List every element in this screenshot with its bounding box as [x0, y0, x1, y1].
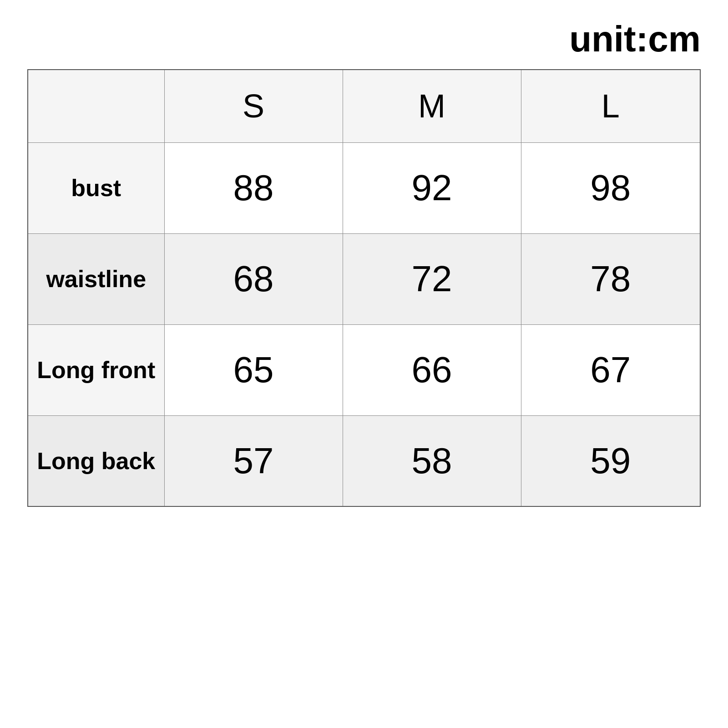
- header-row: S M L: [28, 70, 700, 142]
- row-bust-m: 92: [343, 142, 521, 233]
- row-bust-l: 98: [521, 142, 700, 233]
- header-m: M: [343, 70, 521, 142]
- table-row: Long front 65 66 67: [28, 324, 700, 415]
- row-label-waistline: waistline: [28, 233, 164, 324]
- table-row: waistline 68 72 78: [28, 233, 700, 324]
- size-chart-wrapper: S M L bust 88 92 98 waistline 68 72 78 L…: [27, 69, 701, 507]
- row-waistline-l: 78: [521, 233, 700, 324]
- header-empty: [28, 70, 164, 142]
- size-chart-table: S M L bust 88 92 98 waistline 68 72 78 L…: [27, 69, 701, 507]
- row-long-front-s: 65: [164, 324, 343, 415]
- row-waistline-m: 72: [343, 233, 521, 324]
- row-long-front-l: 67: [521, 324, 700, 415]
- header-s: S: [164, 70, 343, 142]
- row-waistline-s: 68: [164, 233, 343, 324]
- row-long-back-m: 58: [343, 415, 521, 506]
- row-label-long-front: Long front: [28, 324, 164, 415]
- row-label-bust: bust: [28, 142, 164, 233]
- unit-label: unit:cm: [569, 18, 701, 60]
- table-row: bust 88 92 98: [28, 142, 700, 233]
- row-label-long-back: Long back: [28, 415, 164, 506]
- table-row: Long back 57 58 59: [28, 415, 700, 506]
- row-bust-s: 88: [164, 142, 343, 233]
- row-long-front-m: 66: [343, 324, 521, 415]
- row-long-back-s: 57: [164, 415, 343, 506]
- row-long-back-l: 59: [521, 415, 700, 506]
- header-l: L: [521, 70, 700, 142]
